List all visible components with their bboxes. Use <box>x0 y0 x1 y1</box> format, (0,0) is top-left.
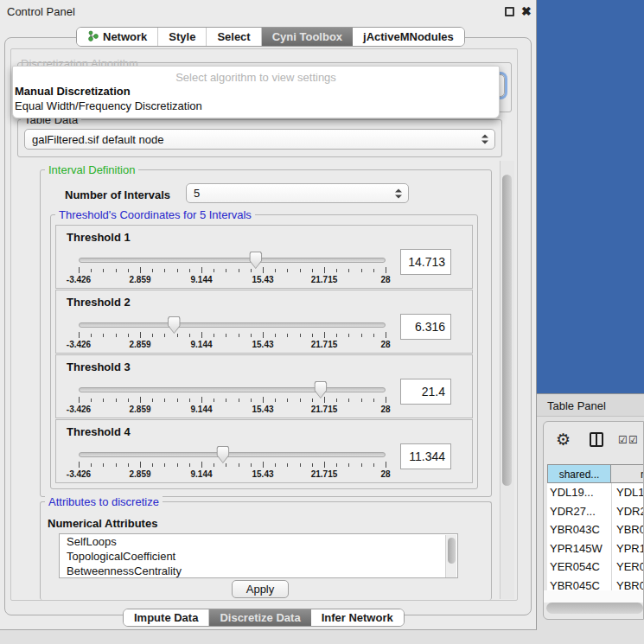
attribute-item[interactable]: BetweennessCentrality <box>60 564 457 578</box>
hscrollbar-track[interactable] <box>544 590 643 603</box>
network-icon <box>87 30 99 44</box>
table-cell: YDR2 <box>616 502 644 521</box>
table-cell: YER0 <box>616 558 644 577</box>
slider-ticks <box>79 462 386 469</box>
control-panel-title: Control Panel <box>7 5 75 18</box>
table-row[interactable]: YPR145WYPR1 <box>547 539 644 558</box>
slider-handle[interactable] <box>168 316 181 334</box>
tab-style[interactable]: Style <box>158 28 207 46</box>
tab-label: Impute Data <box>134 611 198 624</box>
top-tab-strip: Network Style Select Cyni Toolbox jActiv… <box>76 27 465 47</box>
threshold-1-panel: Threshold 1 -3.4262.8599.14415.4321.7152… <box>55 225 473 289</box>
gear-icon[interactable]: ⚙ <box>556 430 571 450</box>
panel-scrollbar-thumb[interactable] <box>502 175 512 486</box>
tab-jactivemnodules[interactable]: jActiveMNodules <box>353 28 464 46</box>
tab-label: Select <box>217 30 250 43</box>
threshold-label: Threshold 2 <box>67 296 131 309</box>
table-row[interactable]: YER054CYER0 <box>547 558 644 577</box>
slider-handle[interactable] <box>216 446 229 463</box>
checkbox-icon[interactable]: ☑ <box>618 434 628 446</box>
tab-cyni-toolbox[interactable]: Cyni Toolbox <box>262 28 353 46</box>
float-window-icon[interactable] <box>505 7 514 16</box>
list-scrollbar[interactable] <box>445 535 456 578</box>
hscrollbar-thumb[interactable] <box>546 603 643 614</box>
tab-label: Discretize Data <box>220 611 300 624</box>
table-browser-window: ⚙ ☑ ☑ shared... na YDL19...YDL1YDR27...Y… <box>543 421 644 620</box>
slider-ticks <box>79 332 386 339</box>
slider-ticks <box>79 267 386 274</box>
slider-handle[interactable] <box>249 252 262 269</box>
tab-label: Style <box>169 30 195 43</box>
slider-tick-labels: -3.4262.8599.14415.4321.71528 <box>79 340 386 350</box>
table-cell: YER054C <box>550 558 600 577</box>
tab-network[interactable]: Network <box>77 28 158 46</box>
number-of-intervals-label: Number of Intervals <box>65 188 170 201</box>
table-cell: YPR1 <box>616 539 644 558</box>
table-panel-title: Table Panel <box>547 399 606 412</box>
threshold-value-field[interactable]: 6.316 <box>400 314 451 340</box>
slider-handle[interactable] <box>314 381 327 399</box>
tab-infer-network[interactable]: Infer Network <box>311 609 404 626</box>
table-data-combo[interactable]: galFiltered.sif default node <box>24 129 495 150</box>
attribute-item[interactable]: TopologicalCoefficient <box>60 549 457 564</box>
table-cell: YBR045C <box>550 577 600 591</box>
combo-stepper-icon <box>395 188 402 199</box>
dropdown-item-equal-width[interactable]: Equal Width/Frequency Discretization <box>13 99 499 113</box>
combo-stepper-icon <box>481 134 488 145</box>
table-cell: YBR0 <box>616 520 644 539</box>
numerical-attributes-list[interactable]: SelfLoopsTopologicalCoefficientBetweenne… <box>59 533 458 578</box>
close-icon[interactable]: ✖ <box>521 4 532 18</box>
attribute-items: SelfLoopsTopologicalCoefficientBetweenne… <box>60 534 457 578</box>
table-cell: YPR145W <box>550 539 603 558</box>
table-cell: YBR0 <box>616 577 644 591</box>
bottom-tab-strip: Impute Data Discretize Data Infer Networ… <box>123 609 405 627</box>
node-table: shared... na YDL19...YDL1YDR27...YDR2YBR… <box>547 464 644 590</box>
table-row[interactable]: YBR045CYBR0 <box>547 577 644 591</box>
slider-tick-labels: -3.4262.8599.14415.4321.71528 <box>79 469 386 480</box>
threshold-slider[interactable] <box>79 322 386 328</box>
tab-label: Network <box>103 30 147 43</box>
column-header-shared-name[interactable]: shared... <box>547 464 611 483</box>
dropdown-hint: Select algorithm to view settings <box>13 67 499 84</box>
dropdown-item-manual[interactable]: Manual Discretization <box>13 84 499 99</box>
table-row[interactable]: YBR043CYBR0 <box>547 520 644 539</box>
threshold-label: Threshold 3 <box>67 360 131 373</box>
tab-label: jActiveMNodules <box>363 30 454 43</box>
table-row[interactable]: YDL19...YDL1 <box>547 483 644 502</box>
table-cell: YDR27... <box>550 502 596 521</box>
threshold-value-field[interactable]: 21.4 <box>400 379 451 405</box>
threshold-4-panel: Threshold 4 -3.4262.8599.14415.4321.7152… <box>55 419 473 483</box>
slider-tick-labels: -3.4262.8599.14415.4321.71528 <box>79 275 386 285</box>
threshold-value-field[interactable]: 14.713 <box>400 249 451 275</box>
apply-button[interactable]: Apply <box>232 580 289 598</box>
checkbox-icon[interactable]: ☑ <box>628 434 638 446</box>
table-toolbar: ⚙ ☑ ☑ <box>544 422 643 460</box>
threshold-3-panel: Threshold 3 -3.4262.8599.14415.4321.7152… <box>55 354 473 418</box>
thresholds-group-label: Threshold's Coordinates for 5 Intervals <box>55 208 255 221</box>
threshold-slider[interactable] <box>79 387 386 392</box>
table-cell: YBR043C <box>550 520 600 539</box>
slider-tick-labels: -3.4262.8599.14415.4321.71528 <box>79 405 386 415</box>
algorithm-dropdown-popup: Select algorithm to view settings Manual… <box>12 66 500 118</box>
control-panel-titlebar: Control Panel ✖ <box>0 0 536 22</box>
column-header-name[interactable]: na <box>611 464 644 483</box>
tab-impute-data[interactable]: Impute Data <box>124 609 209 626</box>
number-of-intervals-combo[interactable]: 5 <box>186 183 409 203</box>
tab-label: Infer Network <box>322 611 393 624</box>
tab-select[interactable]: Select <box>207 28 261 46</box>
tab-label: Cyni Toolbox <box>272 30 342 43</box>
threshold-slider[interactable] <box>79 258 386 263</box>
threshold-2-panel: Threshold 2 -3.4262.8599.14415.4321.7152… <box>55 290 473 354</box>
control-panel-window: Control Panel ✖ Network Style Select Cyn… <box>0 0 537 630</box>
attribute-item[interactable]: SelfLoops <box>60 534 457 549</box>
tab-discretize-data[interactable]: Discretize Data <box>209 609 310 626</box>
table-row[interactable]: YDR27...YDR2 <box>547 502 644 521</box>
table-cell: YDL1 <box>616 483 644 502</box>
table-data-combo-value: galFiltered.sif default node <box>32 133 163 146</box>
table-cell: YDL19... <box>550 483 594 502</box>
split-columns-icon[interactable] <box>590 432 603 447</box>
threshold-value-field[interactable]: 11.344 <box>400 443 451 469</box>
threshold-slider[interactable] <box>79 452 386 457</box>
threshold-label: Threshold 4 <box>67 425 131 438</box>
column-divider <box>611 483 612 590</box>
